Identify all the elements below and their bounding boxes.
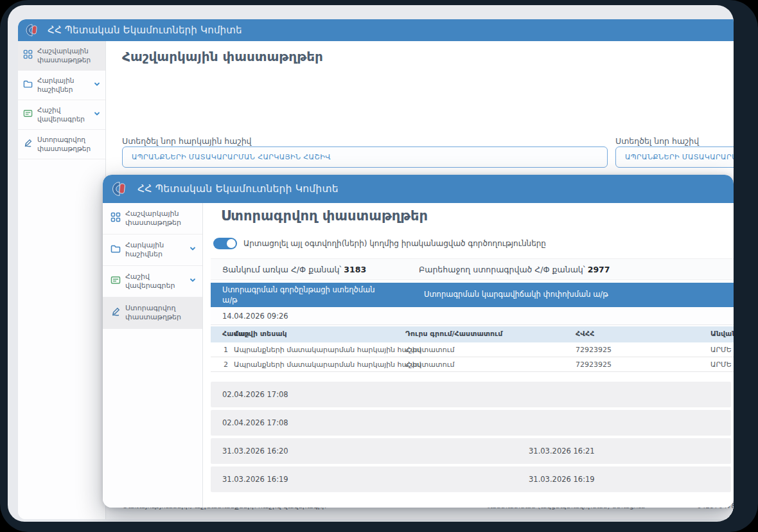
grid-icon bbox=[23, 49, 33, 61]
create-tax-invoice-button[interactable]: ԱՊՐԱՆՔՆԵՐԻ ՄԱՏԱԿԱՐԱՐՄԱՆ ՀԱՐԿԱՅԻՆ ՀԱՇԻՎ bbox=[122, 146, 608, 168]
create-doc-button[interactable]: ԱՊՐԱՆՔՆԵՐԻ ՄԱՏԱԿԱՐԱՐՄԱՆ ՀԱՇԻՎ ՎԱՎԵՐԱԳԻՐ bbox=[615, 146, 734, 168]
group-created-date: 02.04.2026 17:08 bbox=[222, 418, 288, 427]
group-created-date: 02.04.2026 17:08 bbox=[222, 390, 288, 399]
show-other-users-toggle[interactable] bbox=[213, 238, 237, 249]
foreground-window: ՀՀ Պետական Եկամուտների Կոմիտե Հաշվարկայի… bbox=[103, 175, 734, 508]
group-row[interactable]: 31.03.2026 16:19 31.03.2026 16:19 bbox=[211, 466, 731, 492]
signed-count-value: 2977 bbox=[588, 265, 610, 274]
group-status-changed-date: 31.03.2026 16:21 bbox=[529, 447, 595, 456]
signed-count: Բարեհաջող ստորագրված Հ/Փ քանակ՝2977 bbox=[419, 265, 610, 274]
sidebar-item-label: Հաշվարկային փաստաթղթեր bbox=[125, 209, 197, 228]
cell-status: Հաստատում bbox=[405, 346, 454, 354]
sidebar-item-label: Հարկային հաշիվներ bbox=[37, 76, 89, 93]
header-name: Անվանում bbox=[710, 330, 734, 338]
src-logo-icon bbox=[110, 180, 128, 198]
header-tin: ՀՎՀՀ bbox=[576, 330, 594, 338]
table-row[interactable]: 1 Ապրանքների մատակարարման հարկային հաշիվ… bbox=[211, 342, 734, 357]
page-title: Ստորագրվող փաստաթղթեր bbox=[221, 208, 428, 224]
folder-icon bbox=[23, 79, 33, 91]
group-status-changed-date: 31.03.2026 16:19 bbox=[529, 475, 595, 484]
sidebar-item-label: Հաշիվ վավերագրեր bbox=[37, 106, 89, 123]
expanded-group-row[interactable]: 14.04.2026 09:26 bbox=[211, 307, 734, 325]
counts-bar: Ցանկում առկա Հ/Փ քանակ՝3183 Բարեհաջող ստ… bbox=[211, 258, 734, 280]
group-row[interactable]: 02.04.2026 17:08 bbox=[211, 410, 731, 436]
foreground-sidebar: Հաշվարկային փաստաթղթեր Հարկային հաշիվներ bbox=[103, 203, 203, 508]
cell-number: 1 bbox=[224, 346, 228, 354]
header-status: Դուրս գրում/Հաստատում bbox=[405, 330, 502, 338]
background-app-header: ՀՀ Պետական Եկամուտների Կոմիտե bbox=[18, 19, 734, 41]
group-row[interactable]: 02.04.2026 17:08 bbox=[211, 382, 731, 407]
sidebar-item-label: Հարկային հաշիվներ bbox=[125, 241, 185, 260]
group-created-date: 31.03.2026 16:20 bbox=[222, 447, 288, 456]
chevron-down-icon bbox=[94, 111, 100, 119]
sidebar-item-calculation-documents[interactable]: Հաշվարկային փաստաթղթեր bbox=[103, 203, 202, 235]
chevron-down-icon bbox=[190, 245, 196, 254]
sidebar-item-signing-documents[interactable]: Ստորագրվող փաստաթղթեր bbox=[18, 130, 105, 159]
column-created-date: Ստորագրման գործընթացի ստեղծման ա/թ bbox=[222, 285, 383, 305]
app-title: ՀՀ Պետական Եկամուտների Կոմիտե bbox=[48, 24, 242, 36]
toggle-label: Արտացոլել այլ օգտվողի(ների) կողմից իրակա… bbox=[243, 239, 546, 248]
signing-list-header: Ստորագրման գործընթացի ստեղծման ա/թ Ստորա… bbox=[211, 283, 734, 307]
total-count-value: 3183 bbox=[344, 265, 366, 274]
foreground-app-header: ՀՀ Պետական Եկամուտների Կոմիտե bbox=[103, 175, 734, 203]
create-tax-invoice-label: Ստեղծել նոր հարկային հաշիվ bbox=[122, 136, 252, 146]
background-sidebar: Հաշվարկային փաստաթղթեր Հարկային հաշիվներ bbox=[18, 41, 106, 519]
group-created-date: 14.04.2026 09:26 bbox=[222, 312, 288, 321]
toggle-row: Արտացոլել այլ օգտվողի(ների) կողմից իրակա… bbox=[213, 238, 546, 249]
sidebar-item-tax-invoices[interactable]: Հարկային հաշիվներ bbox=[18, 71, 105, 100]
chevron-down-icon bbox=[94, 81, 100, 89]
cell-type: Ապրանքների մատակարարման հարկային հաշիվ bbox=[234, 360, 421, 369]
sidebar-item-signing-documents[interactable]: Ստորագրվող փաստաթղթեր bbox=[103, 297, 202, 329]
src-logo-icon bbox=[24, 22, 40, 38]
document-card-icon bbox=[110, 275, 121, 288]
sidebar-item-invoice-documents[interactable]: Հաշիվ վավերագրեր bbox=[18, 100, 105, 130]
signature-pen-icon bbox=[23, 138, 33, 150]
column-status-changed-date: Ստորագրման կարգավիճակի փոփոխման ա/թ bbox=[424, 290, 608, 299]
app-card: ՀՀ Պետական Եկամուտների Կոմիտե Հաշվարկայի… bbox=[8, 5, 734, 522]
cell-tin: 72923925 bbox=[576, 346, 612, 354]
folder-icon bbox=[110, 244, 121, 256]
chevron-down-icon bbox=[190, 277, 196, 286]
sidebar-item-label: Ստորագրվող փաստաթղթեր bbox=[37, 136, 101, 152]
cell-name: ԱՐՄԵ bbox=[710, 346, 732, 354]
foreground-body: Հաշվարկային փաստաթղթեր Հարկային հաշիվներ bbox=[103, 203, 734, 508]
documents-table-header: Համար Հաշվի տեսակ Դուրս գրում/Հաստատում … bbox=[211, 326, 734, 342]
app-title: ՀՀ Պետական Եկամուտների Կոմիտե bbox=[137, 183, 339, 195]
sidebar-item-label: Հաշիվ վավերագրեր bbox=[125, 272, 185, 291]
cell-type: Ապրանքների մատակարարման հարկային հաշիվ bbox=[234, 346, 421, 354]
cell-status: Հաստատում bbox=[405, 360, 454, 369]
grid-icon bbox=[110, 212, 121, 225]
sidebar-item-tax-invoices[interactable]: Հարկային հաշիվներ bbox=[103, 235, 202, 266]
cell-tin: 72923925 bbox=[576, 360, 612, 369]
total-count: Ցանկում առկա Հ/Փ քանակ՝3183 bbox=[222, 265, 366, 274]
group-row[interactable]: 31.03.2026 16:20 31.03.2026 16:21 bbox=[211, 438, 731, 464]
sidebar-item-label: Ստորագրվող փաստաթղթեր bbox=[125, 304, 197, 323]
table-row[interactable]: 2 Ապրանքների մատակարարման հարկային հաշիվ… bbox=[211, 357, 734, 372]
sidebar-item-invoice-documents[interactable]: Հաշիվ վավերագրեր bbox=[103, 266, 202, 297]
cell-number: 2 bbox=[224, 360, 228, 369]
signing-main: Ստորագրվող փաստաթղթեր Արտացոլել այլ օգտվ… bbox=[203, 203, 734, 508]
page-title: Հաշվարկային փաստաթղթեր bbox=[122, 49, 323, 64]
screen-frame: ՀՀ Պետական Եկամուտների Կոմիտե Հաշվարկայի… bbox=[0, 0, 758, 532]
header-type: Հաշվի տեսակ bbox=[234, 330, 287, 338]
document-card-icon bbox=[23, 109, 33, 120]
sidebar-item-label: Հաշվարկային փաստաթղթեր bbox=[37, 47, 101, 64]
signature-pen-icon bbox=[110, 306, 121, 319]
toggle-knob bbox=[227, 239, 236, 248]
sidebar-item-calculation-documents[interactable]: Հաշվարկային փաստաթղթեր bbox=[18, 41, 105, 71]
cell-name: ԱՐՄԵ bbox=[710, 360, 732, 369]
group-created-date: 31.03.2026 16:19 bbox=[222, 475, 288, 484]
